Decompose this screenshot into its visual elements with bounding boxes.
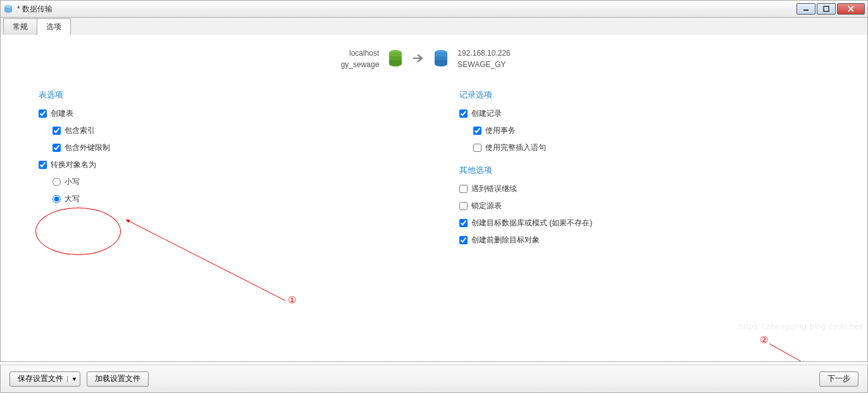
app-icon: [3, 4, 13, 14]
uppercase-radio[interactable]: [53, 195, 61, 203]
convert-names-checkbox[interactable]: [39, 161, 47, 169]
create-target-schema-option[interactable]: 创建目标数据库或模式 (如果不存在): [459, 218, 829, 228]
drop-target-first-label: 创建前删除目标对象: [471, 235, 540, 246]
include-indexes-label: 包含索引: [65, 125, 95, 136]
create-tables-option[interactable]: 创建表: [39, 108, 409, 119]
create-target-schema-checkbox[interactable]: [459, 219, 468, 227]
watermark: https://zhengqing.blog.csdn.net: [739, 321, 862, 331]
target-info: 192.168.10.226 SEWAGE_GY: [457, 47, 527, 70]
create-target-schema-label: 创建目标数据库或模式 (如果不存在): [471, 218, 592, 228]
drop-target-first-checkbox[interactable]: [459, 236, 468, 244]
window-buttons: [797, 3, 865, 15]
use-tx-label: 使用事务: [485, 125, 516, 136]
continue-on-err-option[interactable]: 遇到错误继续: [459, 184, 829, 194]
target-db: SEWAGE_GY: [457, 59, 527, 70]
source-db: gy_sewage: [341, 59, 380, 70]
lowercase-option[interactable]: 小写: [39, 177, 409, 187]
include-fk-option[interactable]: 包含外键限制: [39, 142, 409, 153]
continue-on-err-label: 遇到错误继续: [471, 184, 517, 194]
create-tables-label: 创建表: [51, 108, 73, 119]
create-records-label: 创建记录: [471, 108, 502, 119]
table-options-section: 表选项 创建表 包含索引 包含外键限制 转换对象名为 小写: [39, 89, 409, 252]
title-bar: * 数据传输: [0, 0, 868, 18]
chevron-down-icon: ▼: [67, 376, 77, 382]
database-icon: [433, 49, 449, 69]
use-tx-checkbox[interactable]: [473, 127, 481, 135]
svg-line-9: [769, 344, 814, 361]
full-insert-label: 使用完整插入语句: [485, 142, 546, 153]
options-row: 表选项 创建表 包含索引 包含外键限制 转换对象名为 小写: [1, 89, 867, 252]
create-records-checkbox[interactable]: [459, 109, 468, 118]
drop-target-first-option[interactable]: 创建前删除目标对象: [459, 235, 829, 246]
window-title: * 数据传输: [17, 4, 797, 15]
right-options-column: 记录选项 创建记录 使用事务 使用完整插入语句 其他选项 遇到错误继续 锁定源表: [459, 89, 829, 252]
transfer-header: localhost gy_sewage 192.168.10.226 SEWAG…: [1, 35, 867, 89]
lowercase-radio[interactable]: [53, 178, 61, 186]
database-icon: [388, 49, 403, 69]
tabs-bar: 常规 选项: [0, 18, 868, 35]
annotation-number-1: ①: [288, 294, 296, 306]
record-options-title: 记录选项: [459, 89, 829, 101]
minimize-button[interactable]: [797, 3, 815, 15]
include-indexes-option[interactable]: 包含索引: [39, 125, 409, 136]
lock-source-checkbox[interactable]: [459, 202, 468, 210]
lowercase-label: 小写: [65, 177, 80, 187]
full-insert-option[interactable]: 使用完整插入语句: [459, 142, 829, 153]
lock-source-option[interactable]: 锁定源表: [459, 201, 829, 211]
next-button[interactable]: 下一步: [819, 371, 859, 387]
content-area: localhost gy_sewage 192.168.10.226 SEWAG…: [0, 35, 868, 362]
source-host: localhost: [341, 47, 380, 59]
target-host: 192.168.10.226: [457, 47, 527, 59]
annotation-number-2: ②: [760, 334, 768, 346]
save-profile-label: 保存设置文件: [18, 373, 63, 384]
save-profile-button[interactable]: 保存设置文件 ▼: [9, 371, 80, 387]
create-records-option[interactable]: 创建记录: [459, 108, 829, 119]
uppercase-label: 大写: [65, 194, 80, 204]
svg-point-1: [4, 5, 12, 8]
footer-bar: 保存设置文件 ▼ 加载设置文件 下一步: [0, 365, 868, 393]
arrow-right-icon: [412, 52, 425, 66]
convert-names-label: 转换对象名为: [51, 159, 96, 170]
convert-names-option[interactable]: 转换对象名为: [39, 159, 409, 170]
table-options-title: 表选项: [39, 89, 409, 101]
create-tables-checkbox[interactable]: [39, 109, 47, 118]
tab-options[interactable]: 选项: [37, 18, 71, 35]
include-fk-checkbox[interactable]: [53, 144, 61, 152]
tab-general[interactable]: 常规: [3, 18, 37, 35]
include-fk-label: 包含外键限制: [65, 142, 110, 153]
load-profile-button[interactable]: 加载设置文件: [87, 371, 149, 387]
close-button[interactable]: [837, 3, 865, 15]
use-tx-option[interactable]: 使用事务: [459, 125, 829, 136]
source-info: localhost gy_sewage: [341, 47, 380, 70]
svg-rect-3: [824, 6, 829, 11]
uppercase-option[interactable]: 大写: [39, 194, 409, 204]
full-insert-checkbox[interactable]: [473, 144, 481, 152]
maximize-button[interactable]: [817, 3, 836, 15]
continue-on-err-checkbox[interactable]: [459, 185, 468, 193]
other-options-title: 其他选项: [459, 165, 829, 176]
lock-source-label: 锁定源表: [471, 201, 502, 211]
include-indexes-checkbox[interactable]: [53, 127, 61, 135]
